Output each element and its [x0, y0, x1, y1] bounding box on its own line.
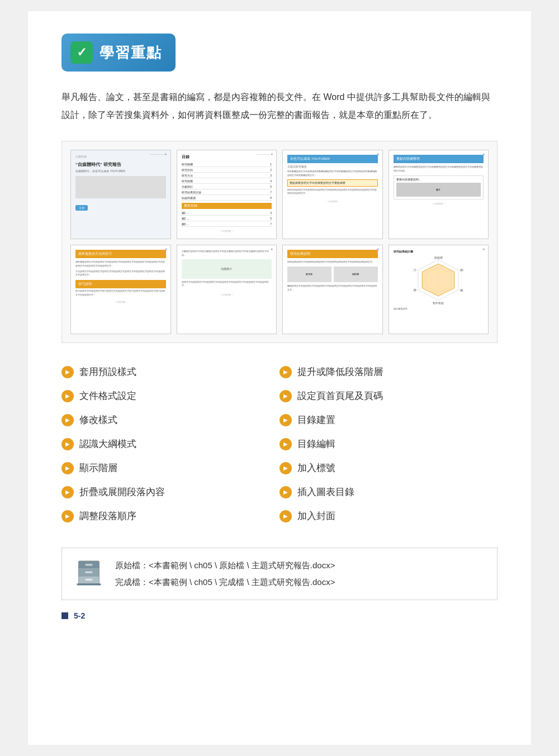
svg-text:創作收益: 創作收益 — [433, 301, 444, 305]
ss-product-img1: 麥克風 — [287, 267, 331, 282]
file-info-box: 原始檔：<本書範例 \ ch05 \ 原始檔 \ 主題式研究報告.docx> 完… — [61, 548, 498, 600]
topic-arrow-left-4: ▶ — [61, 438, 74, 450]
topic-arrow-right-4: ▶ — [280, 438, 292, 450]
svg-rect-18 — [85, 578, 92, 580]
svg-text:觀察力: 觀察力 — [413, 268, 416, 272]
screenshot-hexchart: ❖ 研究結果統計圖 新媒體 媒體素養 編立業 創作收益 自媒體 觀察力 統計圖表… — [389, 245, 489, 334]
ss-product-header: 研究結果說明 — [287, 250, 378, 258]
topic-right-6: ▶ 插入圖表目錄 — [280, 480, 498, 504]
screenshot-youtuber: ❖ 你也可以成為 YOUTUBER 主題式研究報告 研究動機說明文字內容簡述研究… — [282, 150, 383, 239]
ss-page-num-7: ❖ — [377, 248, 379, 251]
topic-right-2: ▶ 設定頁首頁尾及頁碼 — [280, 384, 498, 408]
svg-text:媒體素養: 媒體素養 — [460, 268, 463, 272]
ss-summary-body: 總整理說明文字內容總整理說明文字內容總整理說明文字內容總整理說明文字內容總整理說… — [394, 165, 484, 173]
ss-page-num-4: ❖ — [482, 153, 485, 156]
ss-product-body2: 繼續說明文字內容說明文字內容說明文字內容說明文字內容說明文字內容說明文字內容說明… — [287, 284, 378, 292]
topic-arrow-right-7: ▶ — [280, 510, 292, 522]
ss-summary-box: 重要內容摘要說明... 圖片 — [394, 175, 484, 199]
ss-youtube-footer: ─ 分頁符號 ─ — [287, 200, 378, 203]
ss-product-imgs: 麥克風 攝影機 — [287, 267, 378, 282]
topic-left-1: ▶ 套用預設樣式 — [61, 360, 280, 384]
topic-right-3: ▶ 目錄建置 — [280, 408, 498, 432]
topic-arrow-left-6: ▶ — [61, 486, 74, 498]
ss-doc-subtitle: 自媒體時代，你也可以成為 YOUTUBER — [75, 169, 166, 173]
ss-toc-chart-1: 圖1 ...3 — [182, 210, 272, 216]
svg-rect-16 — [85, 564, 92, 565]
ss-map-body2: 說明文字內容說明文字內容說明文字內容說明文字內容說明文字內容說明文字內容說明文字… — [182, 280, 272, 288]
topic-right-4: ▶ 目錄編輯 — [280, 432, 498, 456]
topic-arrow-left-5: ▶ — [61, 462, 74, 474]
ss-youtube-body: 研究動機說明文字內容簡述研究動機相關說明文字研究動機說明文字內容簡述研究動機相關… — [287, 170, 378, 178]
ss-hexchart-header: 研究結果統計圖 — [394, 250, 484, 253]
svg-rect-17 — [85, 571, 92, 573]
page-footer: 5-2 — [61, 611, 498, 620]
ss-chart-toc-title: 圖表目錄 — [182, 203, 272, 209]
ss-youtube-header: 你也可以成為 YOUTUBER — [287, 155, 378, 163]
topic-arrow-left-2: ▶ — [61, 390, 74, 402]
badge-title: 學習重點 — [100, 43, 162, 63]
file-svg-icon — [75, 559, 103, 587]
svg-text:自媒體: 自媒體 — [413, 288, 416, 292]
ss-toc-row-1: 研究動機1 — [182, 161, 272, 167]
ss-page-num-6: ❖ — [271, 248, 273, 251]
ss-youtube-highlight: 重點摘要說明文字內容摘要說明文字重點摘要 — [287, 179, 378, 187]
ss-toc-row-5: 文獻探討5 — [182, 184, 272, 189]
topic-arrow-left-7: ▶ — [61, 510, 74, 522]
ss-map-body: 文獻探討說明文字內容文獻探討說明文字內容文獻探討說明文字內容文獻探討說明文字內容… — [182, 250, 272, 258]
topic-arrow-right-2: ▶ — [280, 390, 292, 402]
ss-page-num-8: ❖ — [482, 248, 485, 251]
topic-arrow-left-3: ▶ — [61, 414, 74, 426]
footer-page-number: 5-2 — [74, 611, 85, 620]
topic-arrow-right-1: ▶ — [280, 366, 292, 378]
ss-summary-img: 圖片 — [396, 183, 481, 197]
topic-arrow-right-6: ▶ — [280, 486, 292, 498]
ss-toc-chart-2: 圖2 ...5 — [182, 216, 272, 221]
ss-page-num: ─────── ❖ — [150, 153, 167, 156]
intro-text: 舉凡報告、論文，甚至是書籍的編寫，都是內容複雜的長文件。在 Word 中提供許多… — [61, 88, 498, 124]
svg-rect-15 — [78, 577, 99, 584]
ss-page-num-2: ─────── ❖ — [256, 153, 273, 156]
ss-product-body: 研究結果說明文字內容研究結果說明文字內容研究結果說明文字內容研究結果說明文字..… — [287, 260, 378, 264]
header-badge-section: ✓ 學習重點 — [61, 34, 498, 72]
page: ✓ 學習重點 舉凡報告、論文，甚至是書籍的編寫，都是內容複雜的長文件。在 Wor… — [28, 11, 531, 745]
ss-cover-btn: 主頁 — [75, 205, 88, 211]
ss-toc-chart-3: 圖3 ...7 — [182, 221, 272, 227]
ss-toc-row-4: 研究範圍4 — [182, 178, 272, 184]
file-complete: 完成檔：<本書範例 \ ch05 \ 完成檔 \ 主題式研究報告.docx> — [115, 574, 335, 591]
ss-cover-img — [75, 176, 166, 198]
ss-summary-header: 重點內容總整理 — [394, 155, 484, 163]
ss-toc-row-6: 研究結果與討論7 — [182, 189, 272, 195]
ss-toc-section: 圖表目錄 圖1 ...3 圖2 ...5 圖3 ...7 — [182, 203, 272, 227]
screenshot-toc: ─────── ❖ 目錄 研究動機1 研究目的2 研究方法3 研究範圍4 文獻探… — [177, 150, 277, 239]
topics-grid: ▶ 套用預設樣式 ▶ 提升或降低段落階層 ▶ 文件格式設定 ▶ 設定頁首頁尾及頁… — [61, 360, 498, 528]
ss-map-img: 地圖圖片 — [182, 259, 272, 279]
topic-left-6: ▶ 折疊或展開段落內容 — [61, 480, 280, 504]
file-text-block: 原始檔：<本書範例 \ ch05 \ 原始檔 \ 主題式研究報告.docx> 完… — [115, 557, 335, 591]
topic-left-7: ▶ 調整段落順序 — [61, 504, 280, 528]
screenshot-summary: ❖ 重點內容總整理 總整理說明文字內容總整理說明文字內容總整理說明文字內容總整理… — [389, 150, 489, 239]
check-icon: ✓ — [70, 41, 93, 64]
svg-text:編立業: 編立業 — [459, 288, 463, 292]
topic-right-7: ▶ 加入封面 — [280, 504, 498, 528]
ss-toc-row-7: 結論與建議9 — [182, 195, 272, 201]
ss-page-num-5: ❖ — [165, 248, 167, 251]
ss-toc-row-3: 研究方法3 — [182, 173, 272, 178]
screenshot-research-method: ❖ 資料蒐集的方法與技巧 資料蒐集說明文字內容說明文字內容說明文字內容說明文字內… — [70, 245, 171, 334]
badge-box: ✓ 學習重點 — [61, 34, 176, 72]
file-source: 原始檔：<本書範例 \ ch05 \ 原始檔 \ 主題式研究報告.docx> — [115, 557, 335, 574]
ss-doc-title: "自媒體時代" 研究報告 — [75, 161, 166, 168]
ss-map-footer: ─ 分頁符號 ─ — [182, 293, 272, 296]
ss-research-body2: 方法說明文字內容說明文字說明文字內容說明文字說明文字內容說明文字說明文字內容說明… — [75, 270, 166, 278]
topic-arrow-right-5: ▶ — [280, 462, 292, 474]
ss-summary-inner: 重要內容摘要說明... — [396, 178, 481, 181]
ss-research-body1: 資料蒐集說明文字內容說明文字內容說明文字內容說明文字內容說明文字內容說明文字內容… — [75, 260, 166, 268]
ss-youtube-subtitle: 主題式研究報告 — [287, 165, 378, 168]
ss-summary-footer: ─ 分頁符號 ─ — [394, 202, 484, 205]
footer-square-icon — [61, 612, 68, 619]
ss-research-header: 資料蒐集的方法與技巧 — [75, 250, 166, 258]
hex-chart-svg: 新媒體 媒體素養 編立業 創作收益 自媒體 觀察力 — [413, 255, 463, 305]
topic-right-1: ▶ 提升或降低段落階層 — [280, 360, 498, 384]
screenshot-products: ❖ 研究結果說明 研究結果說明文字內容研究結果說明文字內容研究結果說明文字內容研… — [282, 245, 383, 334]
svg-text:新媒體: 新媒體 — [434, 256, 443, 259]
ss-product-img2: 攝影機 — [334, 267, 378, 282]
